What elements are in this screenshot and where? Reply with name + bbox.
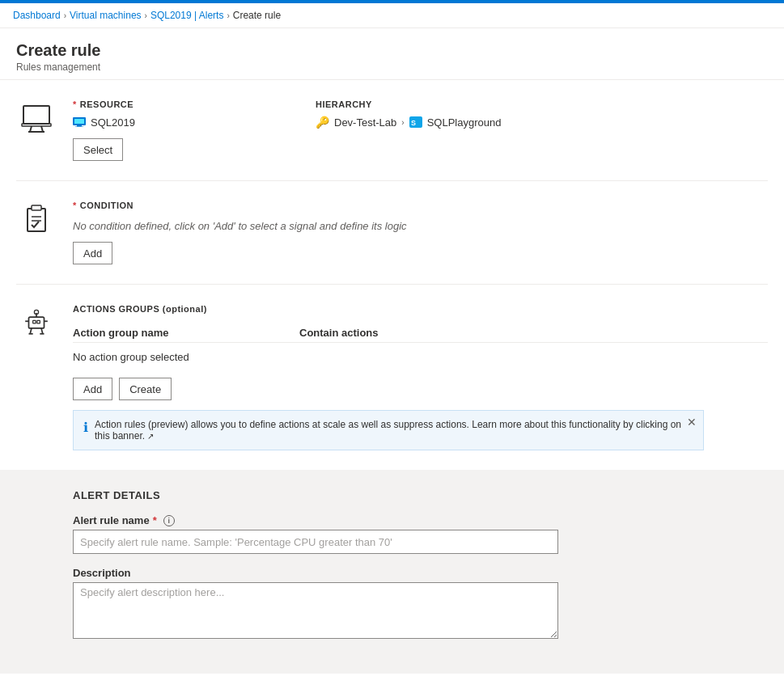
actions-col2-header: Contain actions <box>299 327 768 339</box>
resource-name-cell: SQL2019 <box>73 116 299 129</box>
info-icon: ℹ <box>83 420 88 435</box>
breadcrumb-virtual-machines[interactable]: Virtual machines <box>70 10 142 21</box>
svg-rect-17 <box>37 320 40 323</box>
page-subtitle: Rules management <box>16 61 768 73</box>
alert-name-info[interactable]: i <box>163 515 175 526</box>
actions-body: ACTIONS GROUPS (optional) Action group n… <box>73 304 768 450</box>
svg-rect-11 <box>28 209 45 231</box>
svg-rect-1 <box>22 124 51 126</box>
svg-rect-15 <box>29 317 44 328</box>
actions-section: ACTIONS GROUPS (optional) Action group n… <box>16 285 768 470</box>
alert-name-label: Alert rule name * i <box>73 514 768 526</box>
breadcrumb: Dashboard › Virtual machines › SQL2019 |… <box>0 3 784 28</box>
svg-line-3 <box>41 126 43 132</box>
svg-rect-12 <box>32 205 41 210</box>
resource-icon <box>16 103 57 135</box>
hierarchy-values: 🔑 Dev-Test-Lab › S SQLPlayground <box>316 116 501 129</box>
action-buttons: Add Create <box>73 378 768 400</box>
breadcrumb-current: Create rule <box>233 10 281 21</box>
hierarchy-item-1: Dev-Test-Lab <box>334 116 396 129</box>
condition-empty-text: No condition defined, click on 'Add' to … <box>73 220 768 232</box>
sqlplayground-icon: S <box>409 116 422 128</box>
actions-empty-text: No action group selected <box>73 346 768 368</box>
svg-rect-16 <box>33 320 36 323</box>
breadcrumb-sep-2: › <box>145 11 147 20</box>
resource-header-row: *RESOURCE HIERARCHY <box>73 99 768 109</box>
hierarchy-chevron: › <box>401 118 404 127</box>
alert-details-title: ALERT DETAILS <box>73 489 768 501</box>
alert-name-group: Alert rule name * i <box>73 514 768 554</box>
svg-line-23 <box>41 328 43 334</box>
svg-rect-8 <box>75 127 83 128</box>
resource-section: *RESOURCE HIERARCHY SQL2019 <box>16 80 768 181</box>
alert-details-section: ALERT DETAILS Alert rule name * i Descri… <box>0 470 784 674</box>
svg-line-22 <box>30 328 32 334</box>
actions-icon <box>16 307 57 338</box>
actions-create-button[interactable]: Create <box>119 378 172 400</box>
breadcrumb-sep-3: › <box>227 11 229 20</box>
condition-icon <box>16 204 57 235</box>
info-banner-close[interactable]: ✕ <box>687 416 697 429</box>
resource-required: * <box>73 99 77 109</box>
alert-name-input[interactable] <box>73 530 558 554</box>
condition-title: *CONDITION <box>73 201 768 210</box>
key-icon: 🔑 <box>316 116 329 129</box>
condition-body: *CONDITION No condition defined, click o… <box>73 201 768 264</box>
page-title: Create rule <box>16 41 768 60</box>
breadcrumb-dashboard[interactable]: Dashboard <box>13 10 61 21</box>
actions-add-button[interactable]: Add <box>73 378 112 400</box>
actions-col1-header: Action group name <box>73 327 299 339</box>
svg-line-2 <box>30 126 32 132</box>
hierarchy-item-2: SQLPlayground <box>427 116 502 129</box>
resource-body: *RESOURCE HIERARCHY SQL2019 <box>73 99 768 161</box>
resource-name-text: SQL2019 <box>91 116 135 129</box>
alert-desc-group: Description <box>73 567 768 641</box>
resource-row: SQL2019 🔑 Dev-Test-Lab › S SQLPlayground <box>73 116 768 129</box>
breadcrumb-sql2019-alerts[interactable]: SQL2019 | Alerts <box>150 10 224 21</box>
actions-title: ACTIONS GROUPS (optional) <box>73 304 768 314</box>
svg-rect-7 <box>77 125 82 127</box>
actions-table: Action group name Contain actions No act… <box>73 323 768 368</box>
hierarchy-col-title: HIERARCHY <box>316 99 372 109</box>
condition-section: *CONDITION No condition defined, click o… <box>16 181 768 285</box>
select-button[interactable]: Select <box>73 138 123 161</box>
breadcrumb-sep-1: › <box>64 11 66 20</box>
svg-rect-6 <box>74 119 84 124</box>
resource-col-title: *RESOURCE <box>73 99 299 109</box>
alert-desc-label: Description <box>73 567 768 579</box>
condition-add-button[interactable]: Add <box>73 242 112 264</box>
svg-text:S: S <box>411 119 416 127</box>
info-banner-text: Action rules (preview) allows you to def… <box>95 419 693 442</box>
external-link-icon: ↗ <box>147 432 154 441</box>
actions-header: Action group name Contain actions <box>73 323 768 343</box>
page-header: Create rule Rules management <box>0 28 784 80</box>
alert-desc-textarea[interactable] <box>73 582 558 639</box>
main-content: *RESOURCE HIERARCHY SQL2019 <box>0 80 784 674</box>
svg-rect-0 <box>23 106 49 124</box>
info-banner: ℹ Action rules (preview) allows you to d… <box>73 410 704 450</box>
vm-icon <box>73 117 86 127</box>
